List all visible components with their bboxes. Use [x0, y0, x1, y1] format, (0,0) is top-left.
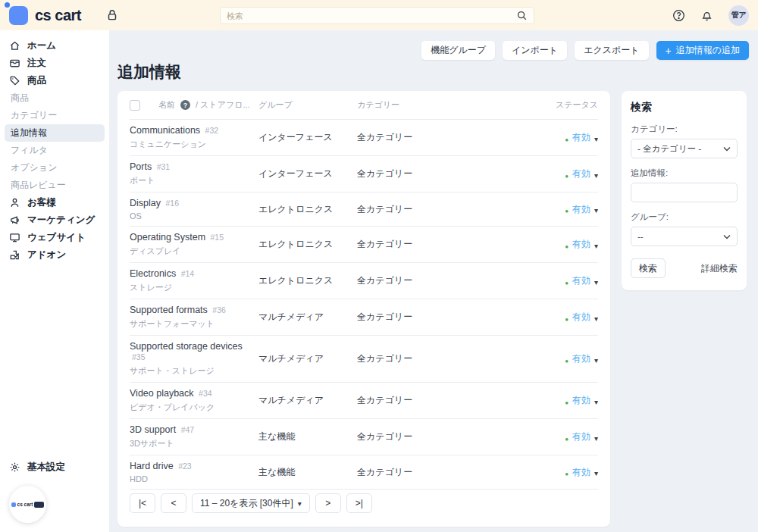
user-avatar[interactable]: 管ア [728, 5, 749, 26]
chevron-down-icon [723, 146, 731, 152]
feature-name-link[interactable]: Ports [130, 161, 152, 172]
table-row[interactable]: Electronics #14 ストレージ エレクトロニクス 全カテゴリー 有効 [130, 263, 598, 299]
status-dot-icon [565, 238, 568, 252]
feature-group: マルチメディア [258, 352, 357, 365]
table-header: 名前 ? / ストアフロ... グループ カテゴリー ステータス [130, 91, 598, 120]
sidebar-item-addons[interactable]: アドオン [0, 246, 109, 263]
table-row[interactable]: Communications #32 コミュニケーション インターフェース 全カ… [130, 120, 598, 156]
app-logo[interactable]: cs cart [9, 6, 81, 25]
feature-name-link[interactable]: Operating System [130, 232, 205, 243]
status-dropdown[interactable]: 有効 [526, 430, 598, 444]
table-row[interactable]: Display #16 OS エレクトロニクス 全カテゴリー 有効 [130, 192, 598, 227]
table-row[interactable]: Video playback #34 ビデオ・プレイバック マルチメディア 全カ… [130, 383, 598, 419]
pagination-last-button[interactable]: >| [346, 493, 372, 513]
feature-name-link[interactable]: Supported formats [130, 305, 208, 315]
feature-category: 全カテゴリー [357, 203, 526, 216]
group-filter-select[interactable]: -- [631, 227, 738, 246]
sidebar-item-categories[interactable]: カテゴリー [0, 107, 109, 124]
status-dropdown[interactable]: 有効 [526, 352, 598, 366]
pagination: |< < 11 – 20を表示 [30件中] > >| [130, 493, 598, 513]
pagination-prev-button[interactable]: < [161, 493, 186, 513]
cscart-badge[interactable]: cs cart [9, 486, 46, 523]
sidebar-item-settings[interactable]: 基本設定 [0, 458, 109, 475]
status-dropdown[interactable]: 有効 [526, 238, 598, 252]
feature-group: インターフェース [258, 167, 357, 180]
sidebar-item-marketing[interactable]: マーケティング [0, 211, 109, 228]
notifications-button[interactable] [700, 9, 713, 22]
feature-filter-input[interactable] [631, 183, 738, 202]
megaphone-icon [9, 214, 20, 226]
feature-id: #47 [181, 425, 195, 434]
feature-storefront-name: ストレージ [130, 282, 258, 293]
search-submit-button[interactable]: 検索 [631, 258, 666, 278]
status-dot-icon [565, 394, 568, 408]
status-label: 有効 [572, 311, 590, 324]
global-search-input[interactable] [227, 11, 516, 20]
sidebar-item-reviews[interactable]: 商品レビュー [0, 177, 109, 194]
caret-down-icon [298, 498, 302, 509]
caret-down-icon [594, 167, 598, 181]
status-dropdown[interactable]: 有効 [526, 167, 598, 181]
sidebar-item-customers[interactable]: お客様 [0, 194, 109, 211]
feature-storefront-name: ポート [130, 175, 258, 186]
feature-name-link[interactable]: Electronics [130, 268, 176, 279]
feature-name-link[interactable]: Communications [130, 125, 200, 136]
column-group[interactable]: グループ [258, 99, 357, 111]
sidebar-item-options[interactable]: オプション [0, 159, 109, 177]
feature-name-link[interactable]: Display [130, 198, 161, 208]
status-dot-icon [565, 131, 568, 145]
feature-name-link[interactable]: Supported storage devices [130, 341, 243, 352]
status-dropdown[interactable]: 有効 [526, 465, 598, 479]
sidebar-item-website[interactable]: ウェブサイト [0, 229, 109, 246]
feature-name-link[interactable]: Video playback [130, 388, 194, 399]
feature-category: 全カテゴリー [357, 311, 526, 324]
pagination-next-button[interactable]: > [315, 493, 341, 513]
advanced-search-link[interactable]: 詳細検索 [701, 262, 738, 275]
table-row[interactable]: Supported formats #36 サポートフォーマット マルチメディア… [130, 299, 598, 336]
sidebar-item-products-sub[interactable]: 商品 [0, 89, 109, 107]
feature-name-link[interactable]: Hard drive [130, 461, 174, 471]
add-feature-button[interactable]: + 追加情報の追加 [656, 41, 749, 60]
sidebar-item-features[interactable]: 追加情報 [5, 124, 105, 142]
sidebar-item-orders[interactable]: 注文 [0, 55, 109, 71]
table-row[interactable]: Ports #31 ポート インターフェース 全カテゴリー 有効 [130, 156, 598, 192]
caret-down-icon [594, 202, 598, 216]
table-row[interactable]: Hard drive #23 HDD 主な機能 全カテゴリー 有効 [130, 455, 598, 490]
status-dot-icon [565, 465, 568, 479]
status-dropdown[interactable]: 有効 [526, 311, 598, 324]
table-row[interactable]: Operating System #15 ディスプレイ エレクトロニクス 全カテ… [130, 227, 598, 263]
pagination-range-dropdown[interactable]: 11 – 20を表示 [30件中] [192, 493, 310, 513]
help-button[interactable] [672, 9, 685, 22]
feature-name-cell: Operating System #15 ディスプレイ [130, 232, 258, 257]
search-panel: 検索 カテゴリー: - 全カテゴリー - 追加情報: グループ: -- 検索 詳… [622, 91, 747, 290]
column-category[interactable]: カテゴリー [357, 99, 526, 111]
sidebar-item-products[interactable]: 商品 [0, 72, 109, 89]
export-button[interactable]: エクスポート [575, 41, 648, 60]
sidebar-item-home[interactable]: ホーム [0, 37, 109, 54]
column-help-icon[interactable]: ? [180, 100, 190, 110]
lock-icon-button[interactable] [105, 8, 119, 22]
status-dropdown[interactable]: 有効 [526, 202, 598, 216]
feature-name-link[interactable]: 3D support [130, 424, 176, 435]
feature-groups-button[interactable]: 機能グループ [421, 41, 495, 60]
column-name[interactable]: 名前 [158, 99, 175, 111]
table-row[interactable]: Supported storage devices #35 サポート・ストレージ… [130, 336, 598, 383]
sidebar-item-filters[interactable]: フィルタ [0, 142, 109, 159]
status-dropdown[interactable]: 有効 [526, 131, 598, 145]
import-button[interactable]: インポート [503, 41, 567, 60]
monitor-icon [9, 232, 20, 243]
feature-storefront-name: 3Dサポート [130, 438, 258, 449]
status-dropdown[interactable]: 有効 [526, 274, 598, 288]
caret-down-icon [594, 352, 598, 366]
search-icon[interactable] [516, 10, 528, 21]
cscart-logo-icon [9, 6, 28, 25]
table-row[interactable]: 3D support #47 3Dサポート 主な機能 全カテゴリー 有効 [130, 419, 598, 455]
pagination-first-button[interactable]: |< [130, 493, 155, 513]
status-dropdown[interactable]: 有効 [526, 394, 598, 408]
logo-text: cs cart [35, 7, 81, 24]
category-filter-select[interactable]: - 全カテゴリー - [631, 139, 738, 158]
select-all-checkbox[interactable] [130, 100, 140, 111]
column-status[interactable]: ステータス [526, 99, 598, 111]
feature-id: #35 [132, 352, 146, 361]
feature-group: インターフェース [258, 131, 357, 144]
